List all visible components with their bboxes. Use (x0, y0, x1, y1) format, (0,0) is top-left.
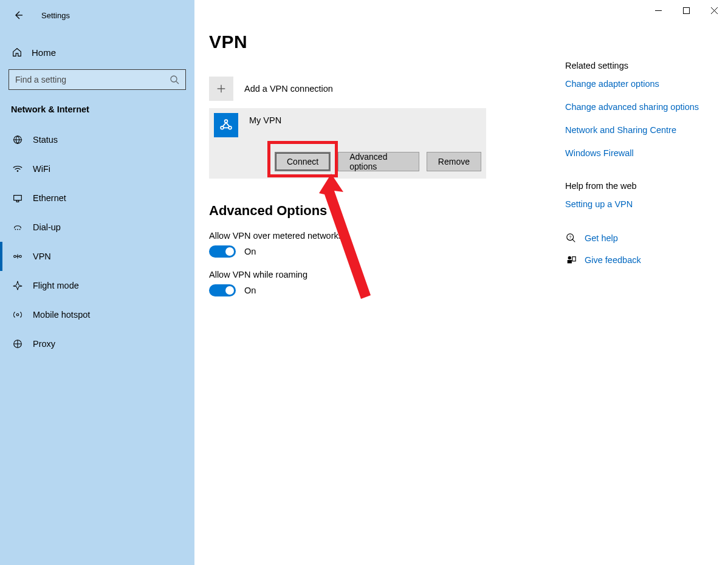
sidebar-item-label: Dial-up (33, 222, 61, 232)
nav-list: Status WiFi Ethernet Dial-up VPN (0, 125, 194, 358)
sidebar-item-label: Status (33, 135, 58, 145)
search-icon (170, 75, 179, 84)
back-icon[interactable] (12, 9, 24, 21)
toggle-metered[interactable] (209, 245, 236, 258)
sidebar-item-label: VPN (33, 252, 51, 261)
related-settings-heading: Related settings (565, 61, 711, 70)
search-wrap (0, 69, 194, 90)
give-feedback-link[interactable]: Give feedback (585, 255, 641, 265)
svg-point-1 (171, 76, 177, 82)
give-feedback-row[interactable]: Give feedback (565, 254, 711, 266)
svg-rect-7 (16, 200, 19, 202)
sidebar-item-label: Mobile hotspot (33, 310, 90, 320)
link-setting-up-vpn[interactable]: Setting up a VPN (565, 199, 711, 209)
get-help-link[interactable]: Get help (585, 233, 618, 243)
sidebar-item-hotspot[interactable]: Mobile hotspot (0, 300, 194, 329)
svg-point-12 (19, 255, 22, 258)
sidebar-item-dialup[interactable]: Dial-up (0, 213, 194, 242)
vpn-tile-icon (214, 113, 238, 137)
add-vpn-label: Add a VPN connection (244, 84, 333, 94)
home-icon (11, 46, 23, 58)
link-windows-firewall[interactable]: Windows Firewall (565, 148, 711, 158)
home-label: Home (32, 47, 56, 58)
vpn-icon (11, 250, 24, 263)
toggle-roaming-state: On (244, 286, 256, 295)
status-icon (11, 133, 24, 146)
svg-point-11 (14, 255, 16, 258)
plus-icon (209, 77, 233, 101)
link-network-sharing-centre[interactable]: Network and Sharing Centre (565, 125, 711, 135)
svg-point-22 (221, 126, 224, 129)
svg-point-5 (17, 170, 19, 172)
svg-point-15 (16, 313, 19, 316)
connect-button[interactable]: Connect (275, 152, 331, 171)
svg-point-21 (225, 120, 228, 123)
sidebar-item-label: Flight mode (33, 281, 79, 290)
svg-point-31 (568, 256, 571, 259)
wifi-icon (11, 162, 24, 176)
titlebar-left: Settings (0, 6, 194, 24)
svg-line-24 (223, 123, 226, 127)
vpn-entry-name: My VPN (249, 115, 281, 125)
svg-point-8 (15, 229, 16, 230)
sidebar-item-flightmode[interactable]: Flight mode (0, 271, 194, 300)
link-sharing-options[interactable]: Change advanced sharing options (565, 102, 711, 112)
search-input[interactable] (15, 75, 170, 84)
vpn-actions: Connect Advanced options Remove (275, 152, 481, 171)
svg-line-30 (572, 239, 575, 242)
hotspot-icon (11, 308, 24, 321)
toggle-metered-state: On (244, 247, 256, 256)
svg-rect-32 (568, 260, 572, 263)
proxy-icon (11, 337, 24, 351)
dialup-icon (11, 221, 24, 234)
window-controls (644, 0, 728, 21)
sidebar-item-label: Proxy (33, 339, 55, 349)
sidebar-item-vpn[interactable]: VPN (0, 242, 194, 271)
link-adapter-options[interactable]: Change adapter options (565, 79, 711, 89)
feedback-icon (565, 254, 577, 266)
svg-line-2 (176, 81, 179, 84)
close-button[interactable] (700, 0, 728, 21)
svg-point-10 (19, 229, 21, 230)
remove-button[interactable]: Remove (427, 152, 481, 171)
sidebar-item-label: Ethernet (33, 193, 66, 203)
sidebar-item-wifi[interactable]: WiFi (0, 154, 194, 183)
ethernet-icon (11, 191, 24, 205)
vpn-entry-head: My VPN (214, 113, 481, 137)
svg-point-23 (228, 126, 232, 129)
sidebar-home[interactable]: Home (0, 38, 194, 67)
page-title: VPN (209, 32, 728, 52)
help-from-web-heading: Help from the web (565, 181, 711, 191)
svg-rect-35 (683, 7, 689, 13)
sidebar-item-status[interactable]: Status (0, 125, 194, 154)
svg-point-9 (17, 229, 18, 230)
advanced-options-button[interactable]: Advanced options (338, 152, 419, 171)
add-vpn-row[interactable]: Add a VPN connection (209, 77, 479, 101)
svg-rect-33 (572, 257, 575, 261)
svg-line-25 (226, 123, 229, 127)
vpn-entry-card[interactable]: My VPN Connect Advanced options Remove (209, 108, 486, 179)
window-title: Settings (41, 11, 70, 20)
sidebar-category: Network & Internet (0, 90, 194, 120)
right-panel: Related settings Change adapter options … (565, 61, 711, 276)
help-icon: ? (565, 232, 577, 244)
sidebar-item-ethernet[interactable]: Ethernet (0, 183, 194, 213)
airplane-icon (11, 279, 24, 292)
sidebar-item-proxy[interactable]: Proxy (0, 329, 194, 358)
search-box[interactable] (9, 69, 186, 90)
sidebar: Settings Home Network & Internet Status … (0, 0, 194, 565)
svg-rect-6 (14, 196, 22, 200)
maximize-button[interactable] (672, 0, 700, 21)
minimize-button[interactable] (644, 0, 672, 21)
toggle-roaming[interactable] (209, 284, 236, 296)
svg-text:?: ? (569, 235, 571, 240)
sidebar-item-label: WiFi (33, 164, 50, 174)
get-help-row[interactable]: ? Get help (565, 232, 711, 244)
